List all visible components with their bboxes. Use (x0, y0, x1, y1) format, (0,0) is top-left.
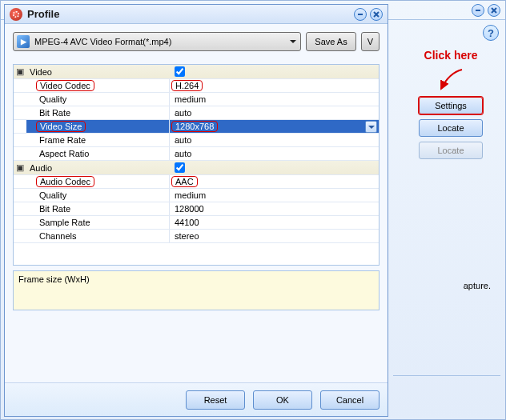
video-enabled-checkbox[interactable] (175, 66, 185, 77)
dialog-title: Profile (27, 8, 59, 20)
video-size-value: 1280x768 (171, 121, 218, 132)
format-row: ▶ MPEG-4 AVC Video Format(*.mp4) Save As… (13, 32, 380, 51)
video-quality-value: medium (175, 94, 206, 104)
reset-button[interactable]: Reset (186, 390, 245, 410)
video-codec-label: Video Codec (36, 80, 94, 91)
annotation-arrow (435, 68, 467, 92)
ok-button[interactable]: OK (253, 390, 312, 410)
video-bitrate-label: Bit Rate (39, 108, 70, 118)
settings-button[interactable]: Settings (419, 97, 483, 114)
row-audio-codec[interactable]: Audio Codec AAC (14, 175, 379, 189)
group-video-label: Video (26, 65, 169, 78)
format-dropdown[interactable]: ▶ MPEG-4 AVC Video Format(*.mp4) (13, 32, 301, 51)
channels-value: stereo (175, 231, 199, 241)
dialog-footer: Reset OK Cancel (5, 382, 388, 416)
row-audio-quality[interactable]: Quality medium (14, 189, 379, 202)
frame-rate-value: auto (175, 135, 191, 145)
row-video-codec[interactable]: Video Codec H.264 (14, 79, 379, 93)
collapse-icon[interactable]: ▣ (14, 65, 26, 78)
chevron-down-icon (367, 123, 375, 131)
row-video-bitrate[interactable]: Bit Rate auto (14, 106, 379, 120)
locate-button-disabled: Locate (419, 142, 483, 159)
save-as-button[interactable]: Save As (306, 32, 355, 51)
audio-quality-value: medium (175, 190, 206, 200)
dialog-minimize-button[interactable] (354, 8, 367, 21)
help-button[interactable]: ? (483, 25, 499, 41)
row-frame-rate[interactable]: Frame Rate auto (14, 134, 379, 147)
right-pane: Click here Settings Locate Locate (408, 49, 494, 159)
dialog-body: ▶ MPEG-4 AVC Video Format(*.mp4) Save As… (5, 24, 388, 56)
audio-enabled-checkbox[interactable] (175, 162, 185, 173)
aspect-ratio-value: auto (175, 149, 191, 158)
collapse-icon[interactable]: ▣ (14, 161, 26, 174)
profile-dialog: Profile ▶ MPEG-4 AVC Video Format(*.mp4)… (4, 4, 388, 417)
settings-grid: ▣ Video Video Codec H.264 Quality medium… (13, 64, 380, 266)
locate-button-disabled-label: Locate (437, 146, 464, 155)
aspect-ratio-label: Aspect Ratio (39, 149, 89, 158)
annotation-text: Click here (424, 49, 478, 62)
hint-box: Frame size (WxH) (13, 270, 380, 310)
dialog-close-button[interactable] (370, 8, 383, 21)
video-quality-label: Quality (39, 94, 66, 104)
v-button-label: V (367, 37, 373, 46)
locate-button[interactable]: Locate (419, 119, 483, 137)
sample-rate-value: 44100 (175, 218, 199, 227)
sample-rate-label: Sample Rate (39, 218, 90, 227)
frame-rate-label: Frame Rate (39, 135, 86, 145)
audio-bitrate-value: 128000 (175, 204, 204, 214)
audio-codec-value: AAC (171, 176, 198, 187)
group-audio[interactable]: ▣ Audio (14, 161, 379, 175)
group-video[interactable]: ▣ Video (14, 65, 379, 79)
row-aspect-ratio[interactable]: Aspect Ratio auto (14, 147, 379, 161)
audio-codec-label: Audio Codec (36, 176, 94, 187)
audio-bitrate-label: Bit Rate (39, 204, 70, 214)
video-size-label: Video Size (36, 121, 86, 132)
video-bitrate-value: auto (175, 108, 191, 118)
settings-button-label: Settings (435, 101, 467, 110)
chevron-down-icon (289, 38, 297, 46)
outer-minimize-button[interactable] (472, 4, 484, 17)
row-video-size[interactable]: Video Size 1280x768 (14, 120, 379, 134)
locate-button-label: Locate (437, 123, 464, 133)
cancel-button[interactable]: Cancel (320, 390, 380, 410)
hint-text: Frame size (WxH) (18, 274, 90, 284)
app-window: { "dialog": { "title": "Profile", "forma… (0, 0, 506, 420)
row-channels[interactable]: Channels stereo (14, 230, 379, 243)
partial-text: apture. (464, 281, 491, 290)
ok-button-label: OK (276, 395, 289, 405)
cancel-button-label: Cancel (336, 395, 363, 405)
video-format-icon: ▶ (17, 35, 30, 48)
save-as-label: Save As (315, 37, 347, 46)
app-icon (10, 8, 22, 21)
outer-close-button[interactable] (488, 4, 500, 17)
reset-button-label: Reset (204, 395, 227, 405)
video-size-dropdown-button[interactable] (365, 121, 377, 133)
row-audio-bitrate[interactable]: Bit Rate 128000 (14, 202, 379, 216)
row-video-quality[interactable]: Quality medium (14, 93, 379, 106)
outer-window-controls (472, 4, 500, 17)
video-codec-value: H.264 (171, 80, 203, 91)
dialog-titlebar: Profile (5, 5, 388, 24)
row-sample-rate[interactable]: Sample Rate 44100 (14, 216, 379, 230)
v-button[interactable]: V (361, 32, 380, 51)
group-audio-label: Audio (26, 161, 169, 174)
format-dropdown-label: MPEG-4 AVC Video Format(*.mp4) (34, 37, 171, 46)
channels-label: Channels (39, 231, 76, 241)
outer-divider (393, 375, 500, 376)
audio-quality-label: Quality (39, 190, 66, 200)
